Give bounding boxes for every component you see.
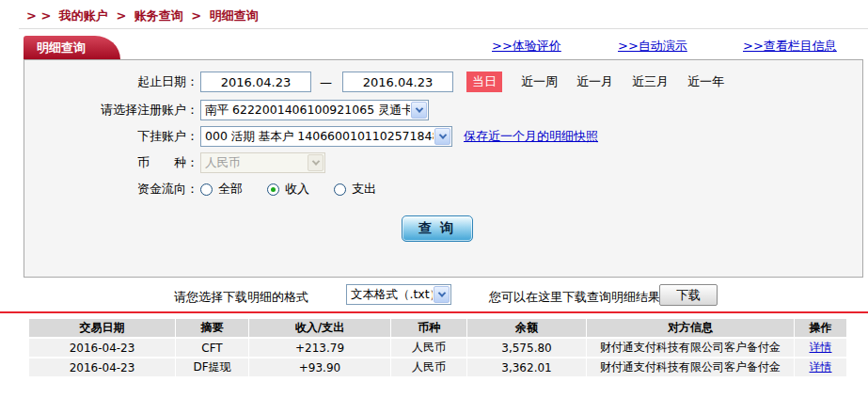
- cell-balance: 3,575.80: [467, 339, 586, 357]
- cell-date: 2016-04-23: [29, 358, 175, 376]
- experience-review-link[interactable]: >>体验评价: [492, 38, 561, 55]
- table-row: 2016-04-23 CFT +213.79 人民币 3,575.80 财付通支…: [29, 339, 846, 357]
- download-format-dropdown-button[interactable]: [434, 286, 450, 303]
- range-last-week[interactable]: 近一周: [521, 73, 558, 90]
- auto-demo-link[interactable]: >>自动演示: [618, 38, 687, 55]
- range-last-3-months[interactable]: 近三月: [632, 73, 669, 90]
- cell-summary: CFT: [176, 339, 248, 357]
- detail-link[interactable]: 详情: [810, 341, 832, 354]
- cell-currency: 人民币: [391, 339, 466, 357]
- cell-amount: +213.79: [249, 339, 390, 357]
- currency-label: 币 种：: [24, 154, 198, 171]
- range-today-badge[interactable]: 当日: [466, 72, 502, 92]
- register-account-select[interactable]: 南平 6222001406100921065 灵通卡: [200, 100, 429, 120]
- download-hint: 您可以在这里下载查询明细结果: [489, 289, 660, 306]
- date-from-input[interactable]: [200, 72, 311, 92]
- cell-summary: DF提现: [176, 358, 248, 376]
- radio-unchecked-icon[interactable]: [200, 183, 213, 196]
- cell-counterparty: 财付通支付科技有限公司客户备付金: [587, 358, 794, 376]
- download-format-label: 请您选择下载明细的格式: [174, 289, 308, 306]
- col-header-date: 交易日期: [29, 319, 175, 337]
- fund-flow-label: 资金流向：: [24, 181, 198, 198]
- download-button[interactable]: 下载: [659, 284, 718, 306]
- currency-select: 人民币: [200, 152, 325, 173]
- sub-account-dropdown-button[interactable]: [434, 128, 450, 145]
- breadcrumb-item-my-account[interactable]: 我的账户: [59, 8, 108, 23]
- chevron-down-icon: [415, 104, 422, 112]
- download-format-select[interactable]: 文本格式（.txt）: [346, 284, 451, 305]
- sub-account-value: 000 活期 基本户 1406600101102571848: [201, 129, 434, 145]
- breadcrumb-prefix: > >: [26, 8, 51, 23]
- red-divider: [0, 311, 868, 313]
- cell-currency: 人民币: [391, 358, 466, 376]
- cell-counterparty: 财付通支付科技有限公司客户备付金: [587, 339, 794, 357]
- col-header-balance: 余额: [467, 319, 586, 337]
- col-header-summary: 摘要: [176, 319, 248, 337]
- table-header-row: 交易日期 摘要 收入/支出 币种 余额 对方信息 操作: [29, 319, 846, 337]
- column-info-link[interactable]: >>查看栏目信息: [743, 38, 837, 55]
- flow-radio-expense[interactable]: 支出: [334, 181, 376, 198]
- detail-query-page: > > 我的账户 > 账务查询 > 明细查询 明细查询 >>体验评价 >>自动演…: [0, 0, 868, 398]
- breadcrumb-separator: >: [191, 8, 201, 23]
- range-last-month[interactable]: 近一月: [576, 73, 613, 90]
- tab-label: 明细查询: [37, 40, 86, 55]
- register-account-value: 南平 6222001406100921065 灵通卡: [201, 103, 410, 119]
- radio-checked-icon[interactable]: [267, 183, 279, 196]
- breadcrumb-item-detail-query[interactable]: 明细查询: [210, 8, 259, 23]
- cell-amount: +93.90: [249, 358, 390, 376]
- date-range-dash: —: [320, 75, 332, 89]
- chevron-down-icon: [311, 157, 319, 165]
- currency-value: 人民币: [201, 155, 307, 171]
- sub-account-select[interactable]: 000 活期 基本户 1406600101102571848: [200, 126, 452, 147]
- breadcrumb-divider: [19, 28, 868, 29]
- flow-radio-income-label: 收入: [285, 181, 309, 198]
- range-last-year[interactable]: 近一年: [687, 73, 724, 90]
- flow-radio-all-label: 全部: [218, 181, 243, 198]
- flow-radio-income[interactable]: 收入: [267, 181, 309, 198]
- col-header-amount: 收入/支出: [249, 319, 390, 337]
- chevron-down-icon: [437, 289, 445, 296]
- date-range-row: 起止日期： — 当日 近一周 近一月 近三月 近一年: [24, 72, 862, 92]
- register-account-label: 请选择注册账户：: [24, 102, 198, 119]
- sub-account-label: 下挂账户：: [24, 128, 198, 145]
- cell-date: 2016-04-23: [29, 339, 175, 357]
- breadcrumb: > > 我的账户 > 账务查询 > 明细查询: [26, 8, 262, 24]
- table-row: 2016-04-23 DF提现 +93.90 人民币 3,362.01 财付通支…: [29, 358, 846, 376]
- col-header-counterparty: 对方信息: [587, 319, 794, 337]
- cell-balance: 3,362.01: [467, 358, 586, 376]
- save-snapshot-link[interactable]: 保存近一个月的明细快照: [464, 128, 598, 145]
- transaction-table: 交易日期 摘要 收入/支出 币种 余额 对方信息 操作 2016-04-23 C…: [28, 317, 847, 378]
- register-account-dropdown-button[interactable]: [411, 102, 427, 119]
- flow-radio-expense-label: 支出: [352, 181, 376, 198]
- radio-unchecked-icon[interactable]: [334, 183, 346, 196]
- breadcrumb-separator: >: [116, 8, 126, 23]
- query-form-panel: 起止日期： — 当日 近一周 近一月 近三月 近一年 请选择注册账户： 南平 6…: [24, 59, 863, 278]
- sub-account-row: 下挂账户： 000 活期 基本户 1406600101102571848 保存近…: [24, 126, 862, 147]
- detail-link[interactable]: 详情: [810, 360, 832, 374]
- date-to-input[interactable]: [342, 72, 453, 92]
- fund-flow-row: 资金流向： 全部 收入 支出: [24, 181, 862, 198]
- date-range-label: 起止日期：: [24, 73, 198, 90]
- query-button[interactable]: 查 询: [402, 215, 473, 242]
- col-header-currency: 币种: [391, 319, 466, 337]
- currency-dropdown-button: [308, 154, 324, 171]
- register-account-row: 请选择注册账户： 南平 6222001406100921065 灵通卡: [24, 100, 862, 120]
- breadcrumb-item-account-query[interactable]: 账务查询: [134, 8, 183, 23]
- tab-detail-query[interactable]: 明细查询: [24, 36, 95, 59]
- flow-radio-all[interactable]: 全部: [200, 181, 243, 198]
- currency-row: 币 种： 人民币: [24, 152, 862, 173]
- download-format-value: 文本格式（.txt）: [347, 287, 433, 303]
- col-header-action: 操作: [795, 319, 846, 337]
- chevron-down-icon: [438, 131, 446, 138]
